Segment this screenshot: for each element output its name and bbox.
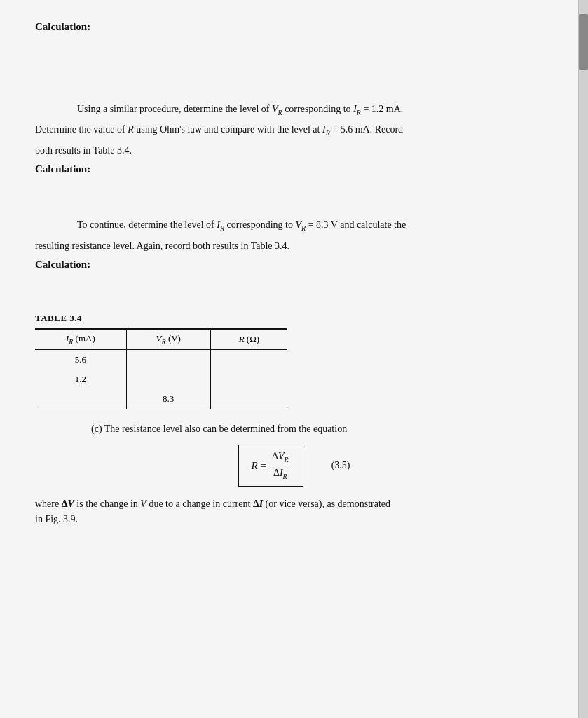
equation-lhs: R = — [252, 460, 266, 472]
cell-IR-3 — [35, 389, 126, 409]
sub-IR2: R — [326, 129, 330, 137]
sub-IR-eq: R — [283, 472, 287, 480]
calc-heading-2: Calculation: — [35, 259, 553, 271]
delta-V-bold: ΔV — [62, 499, 74, 509]
scrollbar-thumb[interactable] — [579, 14, 588, 70]
table-label: TABLE 3.4 — [35, 313, 553, 324]
data-table: IR (mA) VR (V) R (Ω) 5.6 1.2 — [35, 328, 287, 409]
sub-VR2: R — [301, 224, 306, 232]
cell-R-1 — [210, 349, 287, 370]
page: Calculation: Using a similar procedure, … — [0, 0, 588, 718]
bottom-text-line2: in Fig. 3.9. — [35, 512, 553, 527]
col-header-IR: IR (mA) — [35, 329, 126, 349]
cell-VR-2 — [126, 370, 210, 389]
table-row-3: 8.3 — [35, 389, 287, 409]
fraction: ΔVR ΔIR — [271, 451, 290, 481]
cell-R-2 — [210, 370, 287, 389]
cell-VR-1 — [126, 349, 210, 370]
paragraph1: Using a similar procedure, determine the… — [35, 102, 553, 118]
table-row-2: 1.2 — [35, 370, 287, 389]
calculation-block-2: Calculation: — [35, 259, 553, 271]
sub-IR3: R — [220, 224, 224, 232]
paragraph2-line2: resulting resistance level. Again, recor… — [35, 238, 553, 254]
equation-number: (3.5) — [331, 460, 350, 471]
cell-VR-3: 8.3 — [126, 389, 210, 409]
paragraph1-line3: both results in Table 3.4. — [35, 143, 553, 158]
sub-VR1: R — [278, 109, 282, 116]
part-c: (c) The resistance level also can be det… — [35, 424, 553, 527]
top-calculation-heading: Calculation: — [35, 21, 553, 33]
equation-box: R = ΔVR ΔIR — [238, 445, 303, 487]
col-header-VR: VR (V) — [126, 329, 210, 349]
equation-container: R = ΔVR ΔIR (3.5) — [35, 445, 553, 487]
part-c-text: (c) The resistance level also can be det… — [35, 424, 553, 435]
cell-R-3 — [210, 389, 287, 409]
delta-I-bold: ΔI — [253, 499, 263, 509]
table-section: TABLE 3.4 IR (mA) VR (V) R (Ω) 5.6 — [35, 313, 553, 409]
calculation-block-1: Calculation: — [35, 163, 553, 175]
paragraph1-line2: Determine the value of R using Ohm's law… — [35, 122, 553, 138]
cell-IR-2: 1.2 — [35, 370, 126, 389]
paragraph2: To continue, determine the level of IR c… — [35, 217, 553, 233]
scrollbar[interactable] — [578, 0, 588, 718]
sub-VR-eq: R — [285, 456, 289, 463]
col-header-R: R (Ω) — [210, 329, 287, 349]
fraction-numerator: ΔVR — [271, 451, 290, 466]
sub-IR1: R — [357, 109, 361, 116]
bottom-text-line1: where ΔV is the change in V due to a cha… — [35, 496, 553, 512]
table-row-1: 5.6 — [35, 349, 287, 370]
cell-IR-1: 5.6 — [35, 349, 126, 370]
calc-heading-1: Calculation: — [35, 163, 553, 175]
fraction-denominator: ΔIR — [272, 466, 289, 481]
